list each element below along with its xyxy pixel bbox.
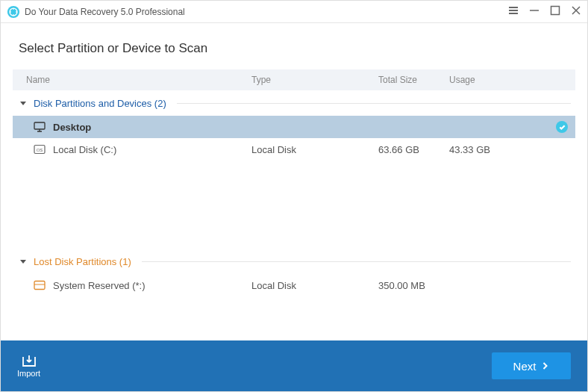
item-type: Local Disk <box>251 144 378 155</box>
app-logo-icon <box>7 5 20 19</box>
minimize-icon[interactable] <box>529 5 539 19</box>
item-usage: 43.33 GB <box>449 144 575 155</box>
section-rule <box>177 103 571 104</box>
main-content: Select Partition or Device to Scan Name … <box>1 23 587 340</box>
footer: Import Next <box>1 340 587 391</box>
item-name: System Reserved (*:) <box>53 280 146 291</box>
section-lost-partitions[interactable]: Lost Disk Partitions (1) <box>13 249 575 274</box>
import-button[interactable]: Import <box>17 354 40 378</box>
section-label: Lost Disk Partitions (1) <box>34 256 131 267</box>
svg-rect-6 <box>34 281 45 290</box>
page-title: Select Partition or Device to Scan <box>19 41 575 56</box>
disk-orange-icon <box>34 279 46 291</box>
svg-rect-3 <box>34 122 45 129</box>
section-disk-partitions[interactable]: Disk Partitions and Devices (2) <box>13 90 575 116</box>
section-rule <box>142 261 571 262</box>
caret-down-icon <box>20 102 26 105</box>
maximize-icon[interactable] <box>550 5 560 19</box>
item-name: Desktop <box>53 122 91 133</box>
item-size: 63.66 GB <box>378 144 449 155</box>
item-desktop[interactable]: Desktop <box>13 116 575 138</box>
svg-text:OS: OS <box>37 148 43 152</box>
svg-rect-2 <box>551 6 560 14</box>
next-button[interactable]: Next <box>492 352 571 379</box>
item-type: Local Disk <box>251 280 378 291</box>
col-usage: Usage <box>449 75 575 85</box>
window-title: Do Your Data Recovery 5.0 Professional <box>25 7 508 17</box>
monitor-icon <box>34 121 46 133</box>
svg-point-0 <box>7 5 19 17</box>
item-local-disk-c[interactable]: OS Local Disk (C:) Local Disk 63.66 GB 4… <box>13 138 575 161</box>
item-name: Local Disk (C:) <box>53 144 116 155</box>
section-label: Disk Partitions and Devices (2) <box>34 98 166 109</box>
check-icon <box>556 121 568 133</box>
menu-icon[interactable] <box>508 5 519 19</box>
import-label: Import <box>17 369 40 378</box>
window-controls <box>508 5 581 19</box>
col-name: Name <box>13 75 251 85</box>
table-header: Name Type Total Size Usage <box>13 69 575 90</box>
titlebar: Do Your Data Recovery 5.0 Professional <box>1 1 587 23</box>
next-label: Next <box>513 360 537 373</box>
caret-down-icon <box>20 260 26 264</box>
item-system-reserved[interactable]: System Reserved (*:) Local Disk 350.00 M… <box>13 274 575 296</box>
close-icon[interactable] <box>571 5 581 19</box>
col-type: Type <box>251 75 378 85</box>
disk-icon: OS <box>34 143 46 155</box>
item-size: 350.00 MB <box>378 280 449 291</box>
col-size: Total Size <box>378 75 449 85</box>
